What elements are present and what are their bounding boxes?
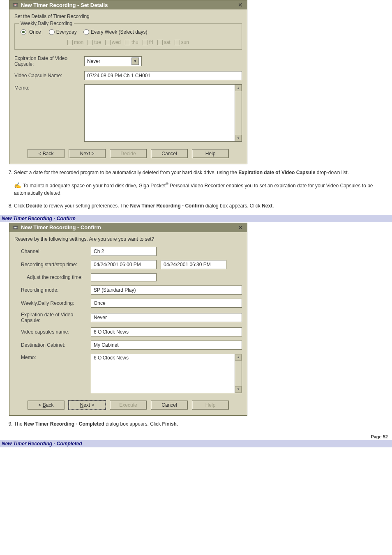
capsulename-field: 6 O'Clock News xyxy=(91,327,242,336)
expiration-field: Never xyxy=(91,313,242,322)
day-thu: thu xyxy=(125,39,138,45)
day-tue: tue xyxy=(88,39,101,45)
app-icon: 📼 xyxy=(12,224,18,231)
cancel-button[interactable]: Cancel xyxy=(151,149,188,158)
cabinet-field: My Cabinet xyxy=(91,341,242,350)
next-button[interactable]: Next > xyxy=(69,401,106,410)
adjust-field xyxy=(91,273,157,281)
scroll-up-icon[interactable]: ▲ xyxy=(235,354,242,361)
weekly-field: Once xyxy=(91,299,242,308)
section-heading-completed: New Timer Recording - Completed xyxy=(2,441,390,447)
expiration-label: Expiration date of Video Capsule: xyxy=(21,312,91,323)
note-icon: ✍ xyxy=(14,181,21,189)
capsulename-label: Video capsules name: xyxy=(21,329,91,335)
mode-label: Recording mode: xyxy=(21,287,91,293)
step-8: Click Decide to review your setting pref… xyxy=(14,203,392,210)
day-fri: fri xyxy=(143,39,153,45)
close-icon[interactable]: ✕ xyxy=(236,224,244,231)
chevron-down-icon: ▼ xyxy=(131,58,139,65)
note-7: ✍ To maintain adequate space on your har… xyxy=(14,181,392,197)
day-wed: wed xyxy=(105,39,121,45)
dialog-confirm: 📼 New Timer Recording - Confirm ✕ Reserv… xyxy=(9,223,247,416)
section-heading-completed-bg: New Timer Recording - Completed xyxy=(0,440,392,447)
section-heading-confirm: New Timer Recording - Confirm xyxy=(2,216,390,221)
section-heading-confirm-bg: New Timer Recording - Confirm xyxy=(0,215,392,222)
weekly-label: Weekly,Daily Recording: xyxy=(21,300,91,306)
scroll-down-icon[interactable]: ▼ xyxy=(235,386,242,393)
radio-select-days[interactable]: Every Week (Select days) xyxy=(83,29,148,35)
cancel-button[interactable]: Cancel xyxy=(151,401,188,410)
startstop-label: Recording start/stop time: xyxy=(21,262,91,267)
stop-field: 04/24/2001 06:30 PM xyxy=(161,260,226,269)
scrollbar[interactable]: ▲ ▼ xyxy=(235,84,242,142)
radio-dot-icon xyxy=(49,29,55,35)
channel-field: Ch 2 xyxy=(91,247,157,256)
memo-label: Memo: xyxy=(14,84,84,91)
dialog-title: New Timer Recording - Set Details xyxy=(21,2,108,8)
scroll-up-icon[interactable]: ▲ xyxy=(235,85,242,91)
videoname-input[interactable]: 07/24 08:09 PM Ch 1 CH001 xyxy=(84,71,242,80)
dialog-title: New Timer Recording - Confirm xyxy=(21,224,101,230)
help-button[interactable]: Help xyxy=(192,401,229,410)
radio-dot-icon xyxy=(83,29,89,35)
memo-textarea[interactable]: ▲ ▼ xyxy=(84,84,242,142)
decide-button[interactable]: Decide xyxy=(110,149,147,158)
instruction-text: Set the Details of Timer Recording xyxy=(14,14,242,19)
day-sat: sat xyxy=(157,39,171,45)
memo-label: Memo: xyxy=(21,354,91,360)
memo-textarea: 6 O'Clock News ▲ ▼ xyxy=(91,354,242,393)
instruction-text: Reserve by the following settings. Are y… xyxy=(14,236,242,242)
group-legend: Weekly,Daily Recording xyxy=(19,21,74,26)
close-icon[interactable]: ✕ xyxy=(236,2,244,8)
radio-dot-icon xyxy=(21,29,26,35)
expiration-label: Expiration Date of Video Capsule: xyxy=(14,55,84,67)
channel-label: Channel: xyxy=(21,249,91,254)
execute-button[interactable]: Execute xyxy=(110,401,147,410)
start-field: 04/24/2001 06:00 PM xyxy=(91,260,157,269)
radio-everyday[interactable]: Everyday xyxy=(49,29,77,35)
weekly-daily-group: Weekly,Daily Recording Once Everyday Eve… xyxy=(14,23,242,50)
videoname-label: Video Capsule Name: xyxy=(14,73,84,78)
expiration-dropdown[interactable]: Never ▼ xyxy=(84,56,142,66)
back-button[interactable]: < Back xyxy=(28,401,65,410)
help-button[interactable]: Help xyxy=(192,149,229,158)
step-7: Select a date for the recorded program t… xyxy=(14,169,392,176)
radio-once[interactable]: Once xyxy=(21,29,42,35)
mode-field: SP (Standard Play) xyxy=(91,286,242,295)
dialog-set-details: 📼 New Timer Recording - Set Details ✕ Se… xyxy=(9,0,247,164)
days-row: mon tue wed thu fri sat sun xyxy=(21,39,236,45)
titlebar: 📼 New Timer Recording - Set Details ✕ xyxy=(9,0,247,9)
day-sun: sun xyxy=(175,39,189,45)
adjust-label: Adjust the recording time: xyxy=(21,274,91,280)
scrollbar[interactable]: ▲ ▼ xyxy=(235,354,242,393)
page-number: Page 52 xyxy=(0,433,392,440)
step-9: The New Timer Recording - Completed dial… xyxy=(14,421,392,428)
titlebar: 📼 New Timer Recording - Confirm ✕ xyxy=(9,223,247,232)
day-mon: mon xyxy=(67,39,83,45)
back-button[interactable]: < Back xyxy=(28,149,65,158)
scroll-down-icon[interactable]: ▼ xyxy=(235,135,242,141)
next-button[interactable]: Next > xyxy=(69,149,106,158)
cabinet-label: Destination Cabinet: xyxy=(21,342,91,348)
app-icon: 📼 xyxy=(12,2,18,8)
